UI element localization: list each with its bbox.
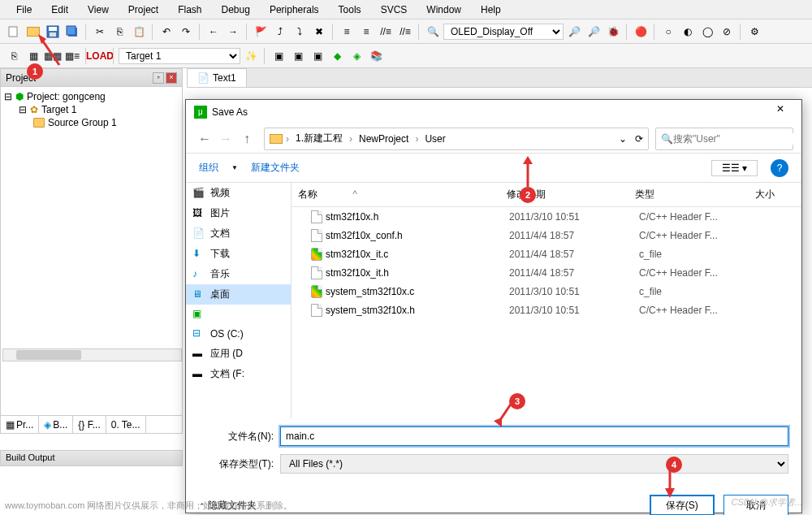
tab-templates[interactable]: 0. Te...	[106, 416, 146, 433]
menu-window[interactable]: Window	[417, 2, 471, 17]
tree-root[interactable]: ⊟ ⬢ Project: gongceng	[4, 90, 179, 103]
sidebar-item-documents[interactable]: 📄文档	[186, 223, 291, 244]
breadcrumb[interactable]: › 1.新建工程 › NewProject › User ⌄ ⟳	[264, 128, 649, 150]
dialog-body: 🎬视频 🖼图片 📄文档 ⬇下载 ♪音乐 🖥桌面 ▣ ⊟OS (C:) ▬应用 (…	[186, 183, 801, 418]
file-row[interactable]: stm32f10x.h2011/3/10 10:51C/C++ Header F…	[292, 207, 801, 226]
help-button[interactable]: ?	[771, 159, 788, 177]
col-type[interactable]: 类型	[635, 188, 755, 201]
file-row[interactable]: system_stm32f10x.c2011/3/10 10:51c_file	[292, 282, 801, 301]
view-options-button[interactable]: ☰☰ ▾	[711, 160, 758, 176]
packs-icon[interactable]: ◆	[328, 47, 346, 65]
annotation-2: 2	[520, 187, 536, 203]
breakpoint-icon[interactable]: 🔴	[632, 23, 650, 41]
tab-project[interactable]: ▦Pr...	[1, 416, 39, 433]
cut-icon[interactable]: ✂	[91, 23, 109, 41]
annotation-4: 4	[666, 457, 682, 473]
bookmark-next-icon[interactable]: ⤵	[291, 23, 309, 41]
menu-tools[interactable]: Tools	[329, 2, 371, 17]
indent-icon[interactable]: ≡	[338, 23, 356, 41]
download-icon[interactable]: LOAD	[91, 47, 109, 65]
bp-kill-icon[interactable]: ⊘	[718, 23, 736, 41]
sidebar-item-pictures[interactable]: 🖼图片	[186, 203, 291, 223]
tab-functions[interactable]: {} F...	[73, 416, 106, 433]
file-row[interactable]: system_stm32f10x.h2011/3/10 10:51C/C++ H…	[292, 301, 801, 319]
refresh-icon[interactable]: ⟳	[635, 133, 643, 145]
sidebar-item-downloads[interactable]: ⬇下载	[186, 244, 291, 264]
bp-insert-icon[interactable]: ○	[659, 23, 677, 41]
sidebar-item-video[interactable]: 🎬视频	[186, 183, 291, 203]
find-combo[interactable]: OLED_Display_Off	[443, 24, 564, 40]
menu-project[interactable]: Project	[119, 2, 168, 17]
path-seg-1[interactable]: 1.新建工程	[292, 130, 346, 147]
close-icon[interactable]: ✕	[767, 103, 793, 121]
target-options-icon[interactable]: ✨	[242, 47, 260, 65]
paste-icon[interactable]: 📋	[130, 23, 148, 41]
find-next-icon[interactable]: 🔎	[565, 23, 583, 41]
menu-help[interactable]: Help	[471, 2, 511, 17]
undo-icon[interactable]: ↶	[158, 23, 175, 41]
new-file-icon[interactable]	[5, 23, 23, 41]
sidebar-item-drive-f[interactable]: ▬文档 (F:	[186, 364, 291, 384]
find-icon[interactable]: 🔍	[424, 23, 442, 41]
manage-icon[interactable]: ▣	[270, 47, 287, 65]
nav-up-button[interactable]: ↑	[236, 128, 257, 149]
dialog-title: Save As	[212, 106, 248, 118]
filename-input[interactable]	[280, 426, 788, 446]
tree-target[interactable]: ⊟ ✿ Target 1	[4, 103, 179, 116]
manage3-icon[interactable]: ▣	[309, 47, 326, 65]
menu-debug[interactable]: Debug	[212, 2, 260, 17]
bp-disable-icon[interactable]: ◯	[698, 23, 716, 41]
new-folder-button[interactable]: 新建文件夹	[251, 161, 300, 175]
config-icon[interactable]: ⚙	[745, 23, 763, 41]
target-combo[interactable]: Target 1	[119, 48, 240, 64]
search-input[interactable]	[673, 133, 795, 145]
col-name[interactable]: 名称 ^	[298, 188, 507, 201]
bookmark-clear-icon[interactable]: ✖	[310, 23, 328, 41]
menu-view[interactable]: View	[78, 2, 119, 17]
menu-flash[interactable]: Flash	[168, 2, 211, 17]
organize-button[interactable]: 组织	[199, 161, 218, 175]
menu-svcs[interactable]: SVCS	[371, 2, 417, 17]
sidebar-item-desktop[interactable]: 🖥桌面	[186, 284, 291, 305]
find-prev-icon[interactable]: 🔎	[585, 23, 603, 41]
nav-fwd-button[interactable]: →	[215, 128, 236, 149]
bp-enable-icon[interactable]: ◐	[679, 23, 697, 41]
debug-icon[interactable]: 🐞	[604, 23, 622, 41]
file-row[interactable]: stm32f10x_it.c2011/4/4 18:57c_file	[292, 245, 801, 263]
nav-back-button[interactable]: ←	[194, 128, 215, 149]
h-scrollbar[interactable]	[2, 348, 182, 361]
sidebar-item-drive-d[interactable]: ▬应用 (D	[186, 344, 291, 364]
outdent-icon[interactable]: ≡	[357, 23, 375, 41]
filetype-select[interactable]: All Files (*.*)	[280, 454, 788, 474]
bookmark-icon[interactable]: 🚩	[252, 23, 270, 41]
menu-peripherals[interactable]: Peripherals	[260, 2, 329, 17]
file-row[interactable]: stm32f10x_it.h2011/4/4 18:57C/C++ Header…	[292, 263, 801, 282]
editor-tab-text1[interactable]: 📄 Text1	[187, 68, 247, 87]
nav-back-icon[interactable]: ←	[205, 23, 222, 41]
copy-icon[interactable]: ⎘	[110, 23, 128, 41]
save-button[interactable]: 保存(S)	[650, 495, 715, 515]
panel-pin-icon[interactable]: ▫	[153, 72, 164, 84]
sidebar-item-drive-c[interactable]: ⊟OS (C:)	[186, 324, 291, 344]
path-seg-2[interactable]: NewProject	[356, 132, 412, 146]
file-row[interactable]: stm32f10x_conf.h2011/4/4 18:57C/C++ Head…	[292, 226, 801, 245]
menu-edit[interactable]: Edit	[41, 2, 78, 17]
search-field[interactable]: 🔍	[655, 128, 793, 150]
path-seg-3[interactable]: User	[421, 132, 448, 146]
rte-icon[interactable]: ◈	[348, 47, 365, 65]
books-icon[interactable]: 📚	[367, 47, 385, 65]
menu-file[interactable]: File	[6, 2, 41, 17]
uncomment-icon[interactable]: //≡	[396, 23, 414, 41]
bookmark-prev-icon[interactable]: ⤴	[271, 23, 289, 41]
nav-fwd-icon[interactable]: →	[224, 23, 242, 41]
comment-icon[interactable]: //≡	[377, 23, 395, 41]
tree-group[interactable]: Source Group 1	[4, 116, 179, 129]
tab-books[interactable]: ◈B...	[39, 416, 73, 433]
panel-close-icon[interactable]: ×	[166, 72, 177, 84]
manage2-icon[interactable]: ▣	[289, 47, 307, 65]
col-size[interactable]: 大小	[755, 188, 795, 201]
translate-icon[interactable]: ⎘	[5, 47, 23, 65]
chevron-down-icon[interactable]: ⌄	[619, 133, 627, 145]
sidebar-item-music[interactable]: ♪音乐	[186, 264, 291, 284]
redo-icon[interactable]: ↷	[177, 23, 195, 41]
